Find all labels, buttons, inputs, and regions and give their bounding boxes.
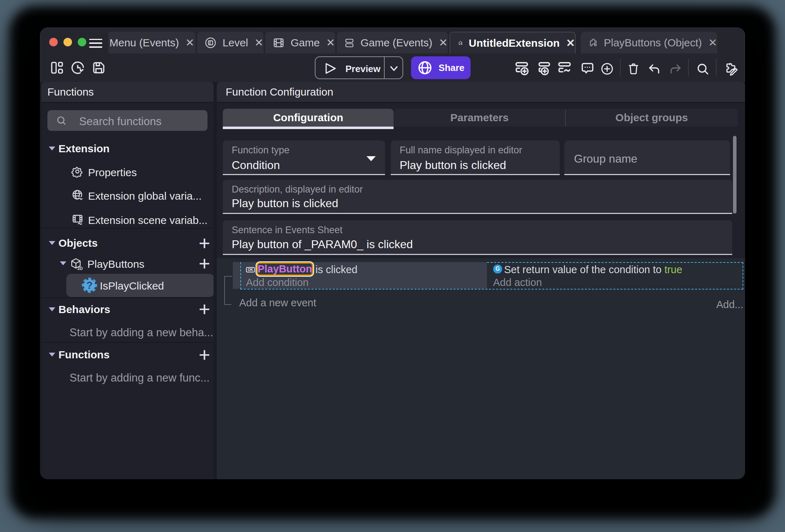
- svg-text:G: G: [496, 266, 500, 272]
- svg-text:?: ?: [86, 280, 93, 291]
- svg-text:2D: 2D: [77, 266, 83, 271]
